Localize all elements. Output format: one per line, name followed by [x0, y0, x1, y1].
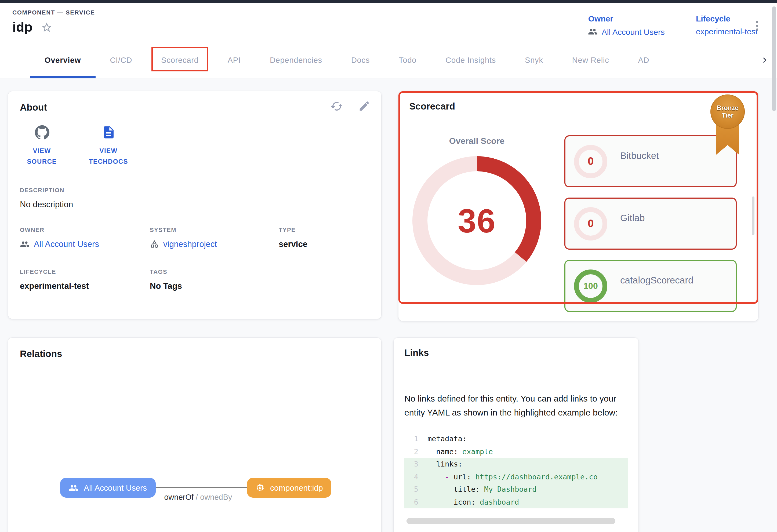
relations-card: Relations All Account Users component:id…	[8, 338, 381, 532]
description-field: DESCRIPTION No description	[20, 186, 369, 209]
line-number: 4	[407, 471, 418, 483]
score-ring: 0	[574, 207, 607, 240]
lifecycle-field: LIFECYCLE experimental-test	[20, 268, 150, 291]
people-icon	[20, 239, 29, 249]
tab-dependencies[interactable]: Dependencies	[255, 42, 337, 78]
view-source-link[interactable]: VIEW SOURCE	[20, 125, 64, 167]
tab-scorecard[interactable]: Scorecard	[146, 42, 213, 78]
favorite-star-icon[interactable]	[40, 21, 52, 33]
badge-text-line2: Tier	[722, 112, 734, 119]
entity-tabs: Overview CI/CD Scorecard API Dependencie…	[0, 42, 777, 79]
links-card: Links No links defined for this entity. …	[394, 338, 639, 532]
code-line-highlighted: 6 icon: dashboard	[404, 496, 628, 508]
tabs-scroll-right-icon[interactable]	[759, 55, 770, 65]
tab-code-insights[interactable]: Code Insights	[431, 42, 511, 78]
app-window: COMPONENT — SERVICE idp Owner All Accoun…	[0, 0, 777, 532]
bronze-tier-badge: Bronze Tier	[710, 95, 745, 129]
relation-edge-line	[149, 487, 247, 488]
tab-docs[interactable]: Docs	[337, 42, 384, 78]
view-techdocs-link[interactable]: VIEW TECHDOCS	[87, 125, 130, 167]
entity-header-meta: Owner All Account Users Lifecycle experi…	[588, 9, 758, 42]
description-label: DESCRIPTION	[20, 186, 369, 193]
about-title: About	[20, 102, 369, 113]
scorecard-item-gitlab[interactable]: 0 Gitlab	[564, 197, 737, 250]
owner-label: Owner	[588, 14, 665, 23]
page-title: idp	[12, 19, 32, 35]
edit-icon[interactable]	[358, 100, 370, 113]
lifecycle-label: Lifecycle	[696, 14, 758, 23]
chip-icon	[255, 483, 265, 492]
tab-todo[interactable]: Todo	[384, 42, 431, 78]
lifecycle-meta: Lifecycle experimental-test	[696, 14, 758, 42]
description-value: No description	[20, 200, 369, 209]
view-techdocs-label: VIEW TECHDOCS	[87, 146, 130, 167]
scorecard-item-catalogscorecard[interactable]: 100 catalogScorecard	[564, 260, 737, 312]
tab-new-relic[interactable]: New Relic	[558, 42, 624, 78]
relations-title: Relations	[20, 349, 369, 360]
score-ring: 100	[574, 269, 607, 302]
score-ring: 0	[574, 145, 607, 178]
yaml-code-block: 1 metadata: 2 name: example 3 links: 4 -…	[404, 433, 628, 508]
overall-score-value: 36	[412, 156, 542, 286]
badge-text-line1: Bronze	[716, 104, 738, 112]
tags-field: TAGS No Tags	[150, 268, 279, 291]
links-empty-text: No links defined for this entity. You ca…	[404, 392, 632, 420]
owner-meta: Owner All Account Users	[588, 14, 665, 42]
line-number: 2	[407, 445, 418, 458]
scorecard-item-bitbucket[interactable]: 0 Bitbucket	[564, 135, 737, 187]
lifecycle-value: experimental-test	[696, 27, 758, 36]
scorecard-card: Scorecard Bronze Tier Overall Score 36	[399, 91, 758, 321]
relation-node-component[interactable]: component:idp	[247, 478, 332, 498]
scorecard-title: Scorecard	[409, 101, 748, 112]
line-number: 1	[407, 433, 418, 445]
refresh-icon[interactable]	[330, 100, 343, 113]
people-icon	[69, 483, 78, 493]
kebab-menu-icon[interactable]	[751, 9, 763, 42]
type-value: service	[279, 239, 369, 249]
code-line: 2 name: example	[404, 445, 628, 458]
code-horizontal-scrollbar[interactable]	[407, 518, 616, 524]
code-line-highlighted: 4 - url: https://dashboard.example.co	[404, 471, 628, 483]
owner-entity-link[interactable]: All Account Users	[20, 239, 150, 249]
type-field: TYPE service	[279, 226, 369, 249]
tab-snyk[interactable]: Snyk	[511, 42, 558, 78]
content-area: About VIEW SOURCE	[0, 79, 777, 532]
code-line-highlighted: 3 links:	[404, 458, 628, 471]
score-donut-chart: 36	[412, 156, 542, 286]
tab-overview[interactable]: Overview	[30, 42, 95, 78]
system-field: SYSTEM vigneshproject	[150, 226, 279, 249]
techdocs-icon	[87, 125, 130, 140]
relation-edge-label: ownerOf / ownedBy	[137, 493, 259, 501]
line-number: 5	[407, 483, 418, 496]
view-source-label: VIEW SOURCE	[20, 146, 64, 167]
tags-value: No Tags	[150, 281, 279, 291]
tab-overflow-clipped[interactable]: AD	[624, 42, 649, 78]
overall-score-gauge: Overall Score 36	[404, 136, 550, 286]
about-card: About VIEW SOURCE	[8, 91, 381, 319]
owner-value-link[interactable]: All Account Users	[602, 27, 665, 36]
top-nav-strip	[0, 0, 777, 3]
owner-field: OWNER All Account Users	[20, 226, 150, 249]
breadcrumb: COMPONENT — SERVICE	[12, 9, 95, 16]
relations-graph: All Account Users component:idp ownerOf …	[8, 469, 381, 518]
system-entity-link[interactable]: vigneshproject	[150, 239, 279, 249]
code-line-highlighted: 5 title: My Dashboard	[404, 483, 628, 496]
lifecycle-value: experimental-test	[20, 281, 150, 291]
tab-cicd[interactable]: CI/CD	[95, 42, 146, 78]
line-number: 6	[407, 496, 418, 508]
system-icon	[150, 239, 159, 249]
entity-header: COMPONENT — SERVICE idp Owner All Accoun…	[0, 3, 777, 42]
gauge-label: Overall Score	[404, 136, 550, 146]
scorecard-item-list: 0 Bitbucket 0 Gitlab 100 catalogScorecar…	[564, 135, 737, 312]
people-icon	[588, 27, 598, 36]
tab-api[interactable]: API	[213, 42, 255, 78]
line-number: 3	[407, 458, 418, 471]
links-title: Links	[404, 347, 628, 359]
github-icon	[20, 125, 64, 140]
entity-header-left: COMPONENT — SERVICE idp	[12, 9, 95, 42]
scorecard-list-scrollbar[interactable]	[752, 196, 755, 235]
page-scrollbar[interactable]	[772, 6, 776, 111]
code-line: 1 metadata:	[404, 433, 628, 445]
